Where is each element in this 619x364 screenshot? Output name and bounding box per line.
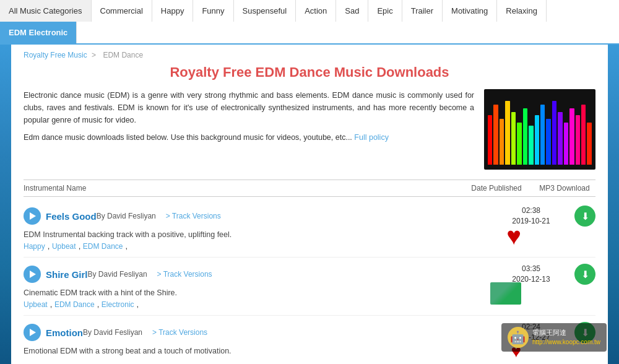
track-thumbnail-image <box>490 282 521 305</box>
eq-bar <box>558 112 562 165</box>
track-row: Shire Girl By David Fesliyan> Track Vers… <box>24 258 595 316</box>
eq-bar <box>569 108 574 165</box>
col-header-date: Date Published <box>459 184 534 193</box>
nav-item-commercial[interactable]: Commercial <box>92 0 152 22</box>
nav-item-epic[interactable]: Epic <box>368 0 402 22</box>
eq-bar <box>576 115 580 165</box>
nav-item-sad[interactable]: Sad <box>336 0 368 22</box>
nav-item-funny[interactable]: Funny <box>193 0 233 22</box>
right-sidebar-decoration <box>608 45 619 364</box>
play-button[interactable] <box>24 207 41 225</box>
eq-bar <box>535 115 539 165</box>
track-time-date: 02:382019-10-21 <box>494 206 568 227</box>
intro-paragraph-1: Electronic dance music (EDM) is a genre … <box>24 89 474 126</box>
track-versions-link[interactable]: > Track Versions <box>157 270 212 279</box>
eq-bar <box>517 123 521 165</box>
track-table-header: Instrumental Name Date Published MP3 Dow… <box>24 180 595 197</box>
play-button[interactable] <box>24 266 41 283</box>
eq-bar <box>493 105 498 165</box>
watermark-face: 🤖 <box>508 327 529 348</box>
track-artist: By David Fesliyan <box>83 328 142 337</box>
breadcrumb-home[interactable]: Royalty Free Music <box>24 51 87 59</box>
track-versions-link[interactable]: > Track Versions <box>152 328 207 337</box>
eq-bar <box>552 101 556 165</box>
nav-item-trailer[interactable]: Trailer <box>402 0 443 22</box>
col-header-name: Instrumental Name <box>24 184 459 193</box>
track-versions-link[interactable]: > Track Versions <box>166 212 221 220</box>
eq-bar <box>587 123 591 165</box>
nav-item-all[interactable]: All Music Categories <box>0 0 92 22</box>
track-date: 2019-10-21 <box>494 216 568 227</box>
heart-icon: ♥ <box>506 222 521 250</box>
play-button[interactable] <box>24 324 41 341</box>
eq-bar <box>523 108 527 165</box>
watermark-text: 電腦王阿達 http://www.koopc.com.tw <box>532 328 600 346</box>
track-thumbnail <box>490 282 521 305</box>
track-time-date: 03:352020-12-13 <box>494 264 568 285</box>
track-artist: By David Fesliyan <box>88 270 147 279</box>
left-sidebar-decoration <box>0 45 11 364</box>
col-header-download: MP3 Download <box>534 184 595 193</box>
eq-bar <box>511 112 516 165</box>
track-tag[interactable]: Happy <box>24 242 45 251</box>
eq-bar <box>540 105 545 165</box>
track-duration: 03:35 <box>494 264 568 274</box>
breadcrumb-separator: > <box>92 51 96 59</box>
nav-item-suspenseful[interactable]: Suspenseful <box>234 0 297 22</box>
eq-bar <box>546 119 550 165</box>
eq-bars-container <box>484 89 595 170</box>
eq-bar <box>529 126 533 165</box>
main-content: Royalty Free Music > EDM Dance Royalty F… <box>11 45 608 364</box>
nav-item-motivating[interactable]: Motivating <box>443 0 497 22</box>
breadcrumb: Royalty Free Music > EDM Dance <box>24 51 595 59</box>
track-tag[interactable]: EDM Dance <box>54 300 95 309</box>
track-title[interactable]: Feels Good <box>46 211 97 222</box>
track-tag[interactable]: Upbeat <box>52 242 76 251</box>
page-title: Royalty Free EDM Dance Music Downloads <box>24 64 595 80</box>
intro-paragraph-2: Edm dance music downloads listed below. … <box>24 131 474 144</box>
eq-bar <box>500 119 504 165</box>
track-tag[interactable]: Electronic <box>102 300 134 309</box>
download-button[interactable]: ⬇ <box>574 264 595 285</box>
breadcrumb-current: EDM Dance <box>103 51 143 59</box>
intro-section: Electronic dance music (EDM) is a genre … <box>24 89 595 170</box>
eq-bar <box>564 123 568 165</box>
track-title[interactable]: Emotion <box>46 327 83 338</box>
eq-bar <box>581 105 586 165</box>
watermark-label: 電腦王阿達 <box>532 328 600 337</box>
track-tag[interactable]: EDM Dance <box>83 242 123 251</box>
track-meta-right: 03:352020-12-13⬇ <box>494 264 595 285</box>
track-duration: 02:38 <box>494 206 568 216</box>
watermark: 🤖 電腦王阿達 http://www.koopc.com.tw <box>501 323 607 352</box>
track-title[interactable]: Shire Girl <box>46 269 88 280</box>
intro-text: Electronic dance music (EDM) is a genre … <box>24 89 474 170</box>
track-tag[interactable]: Upbeat <box>24 300 48 309</box>
equalizer-image <box>484 89 595 170</box>
page-wrapper: Royalty Free Music > EDM Dance Royalty F… <box>0 45 619 364</box>
eq-bar <box>505 101 509 165</box>
top-navigation: All Music CategoriesCommercialHappyFunny… <box>0 0 619 45</box>
nav-item-happy[interactable]: Happy <box>152 0 194 22</box>
track-artist: By David Fesliyan <box>97 212 156 220</box>
eq-bar <box>488 115 492 165</box>
download-button[interactable]: ⬇ <box>574 206 595 227</box>
watermark-url: http://www.koopc.com.tw <box>532 338 600 347</box>
nav-item-relaxing[interactable]: Relaxing <box>497 0 547 22</box>
policy-link[interactable]: Full policy <box>354 133 389 142</box>
nav-item-action[interactable]: Action <box>296 0 336 22</box>
track-top: Shire Girl By David Fesliyan> Track Vers… <box>24 264 595 285</box>
nav-item-edm[interactable]: EDM Electronic <box>0 22 77 43</box>
track-row: Feels Good By David Fesliyan> Track Vers… <box>24 199 595 258</box>
